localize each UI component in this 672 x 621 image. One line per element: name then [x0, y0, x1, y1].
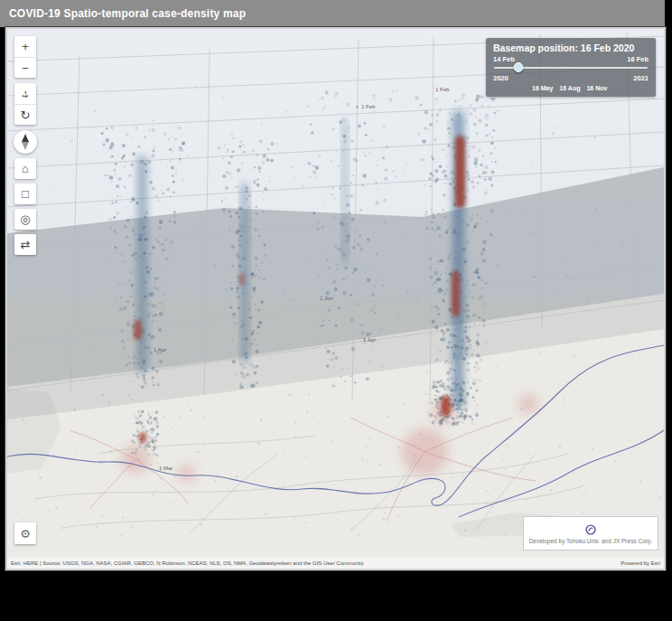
locate-icon: ◎ — [20, 213, 30, 225]
compass-button[interactable] — [14, 130, 37, 154]
timeline-tick: 16 May — [532, 85, 553, 91]
locate-button[interactable]: ◎ — [14, 209, 36, 230]
svg-text:1 Feb: 1 Feb — [361, 104, 376, 109]
developer-badge: Developed by Tohoku Univ. and JX Press C… — [523, 516, 658, 550]
timeline-end-year: 2021 — [633, 74, 649, 82]
developer-credit-text: Developed by Tohoku Univ. and JX Press C… — [529, 538, 653, 544]
scene-3d-view[interactable]: 1 Feb1 Feb1 Jun1 Apr1 Apr1 Mar — [7, 29, 664, 569]
pan-rotate-group: ↔ ↕ ↻ — [14, 83, 36, 125]
home-button[interactable]: ⌂ — [14, 158, 36, 179]
timeline-tick: 16 Aug — [559, 85, 580, 91]
zoom-in-button[interactable]: + — [14, 36, 36, 57]
swap-arrows-icon: ⇄ — [21, 239, 31, 250]
pan-vertical-icon: ↕ — [14, 83, 36, 104]
plus-icon: + — [22, 41, 29, 52]
attribution-sources: Esri, HERE | Source: USGS, NGA, NASA, CG… — [11, 560, 364, 566]
extent-icon: □ — [22, 188, 29, 200]
page-title: COVID-19 Spatio-temporal case-density ma… — [9, 7, 246, 20]
app-window: COVID-19 Spatio-temporal case-density ma… — [0, 0, 672, 621]
timeline-ticks: 16 May 16 Aug 16 Nov — [532, 85, 649, 91]
timeline-end-date: 16 Feb — [627, 55, 649, 63]
powered-by-esri: Powered by Esri — [621, 560, 660, 566]
extent-button[interactable]: □ — [14, 183, 36, 204]
svg-text:1 Feb: 1 Feb — [435, 87, 450, 92]
developer-logo-icon — [584, 523, 597, 536]
attribution-bar: Esri, HERE | Source: USGS, NGA, NASA, CG… — [7, 557, 664, 569]
zoom-out-button[interactable]: − — [14, 57, 36, 78]
basemap-position-title: Basemap position: 16 Feb 2020 — [493, 42, 649, 53]
navigation-toolbar: + − ↔ ↕ ↻ ⌂ □ — [14, 36, 36, 259]
basemap-position-panel: Basemap position: 16 Feb 2020 14 Feb 16 … — [486, 38, 656, 97]
svg-text:1 Jun: 1 Jun — [320, 296, 333, 301]
timeline-start-date: 14 Feb — [493, 55, 515, 63]
pan-button[interactable]: ↔ ↕ — [14, 83, 36, 104]
gear-icon: ⚙ — [20, 527, 31, 541]
svg-text:1 Mar: 1 Mar — [159, 466, 173, 471]
svg-text:1 Apr: 1 Apr — [154, 347, 166, 353]
map-viewport: 1 Feb1 Feb1 Jun1 Apr1 Apr1 Mar + − ↔ ↕ ↻ — [7, 29, 664, 569]
timeline-start-year: 2020 — [493, 74, 509, 82]
zoom-group: + − — [14, 36, 36, 78]
settings-button[interactable]: ⚙ — [14, 522, 36, 544]
timeline-tick: 16 Nov — [586, 85, 607, 91]
swap-button[interactable]: ⇄ — [14, 234, 36, 255]
timeline-handle[interactable] — [514, 62, 524, 72]
timeline-slider-track[interactable] — [494, 63, 648, 72]
home-icon: ⌂ — [22, 163, 29, 174]
minus-icon: − — [22, 62, 29, 74]
rotate-icon: ↻ — [21, 109, 31, 121]
rotate-button[interactable]: ↻ — [14, 104, 36, 125]
title-bar: COVID-19 Spatio-temporal case-density ma… — [0, 0, 665, 27]
